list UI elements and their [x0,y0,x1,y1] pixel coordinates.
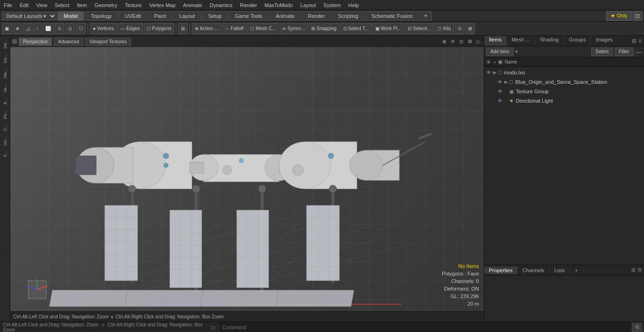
sidebar-tab-du[interactable]: Du... [1,51,9,66]
sidebar-tab-me[interactable]: Me... [1,66,9,81]
menu-geometry[interactable]: Geometry [91,1,121,9]
tab-add[interactable]: + [420,11,432,21]
menu-view[interactable]: View [33,1,51,9]
command-arrow[interactable]: ▷ [209,324,219,331]
sidebar-tab-ve[interactable]: Ve... [1,81,9,95]
layout-select[interactable]: Default Layouts ▾ [2,12,57,20]
vis-eye-icon[interactable]: 👁 [486,70,491,75]
tool-kits[interactable]: ⬡ Kits [435,23,454,34]
tab-layout[interactable]: Layout [173,11,201,21]
maximize-button[interactable]: ⊡ [633,11,642,21]
tab-render[interactable]: Render [302,11,331,21]
vp-icon-rotate[interactable]: ⟳ [449,38,456,45]
vis-eye-icon-2[interactable]: 👁 [497,79,503,85]
tree-item-texturegroup[interactable]: 👁 ▣ Texture Group [484,87,644,96]
menu-vertexmap[interactable]: Vertex Map [146,1,180,9]
expand-arrow-2[interactable]: ▶ [504,80,508,84]
add-item-button[interactable]: Add Item [486,48,513,56]
tree-item-blueorigin[interactable]: 👁 ▶ ⬡ Blue_Origin_and_Sierra_Space_Stati… [484,77,644,87]
tree-eye-icon[interactable]: 👁 [486,59,491,65]
menu-render[interactable]: Render [236,1,261,9]
menu-system[interactable]: System [320,1,345,9]
tree-type-icon[interactable]: ▣ [498,59,503,65]
tab-gametools[interactable]: Game Tools [229,11,269,21]
tool-polygons[interactable]: ⬡ Polygons [144,23,174,34]
tab-scripting[interactable]: Scripting [332,11,364,21]
tool-paint[interactable]: ⎔ [76,23,86,34]
command-submit[interactable]: ⊞ [632,323,642,332]
tree-add-icon[interactable]: + [493,59,496,65]
tool-mesh-constraint[interactable]: ⬡ Mesh C... [247,23,279,34]
menu-animate[interactable]: Animate [179,1,206,9]
panel-tab-images[interactable]: Images [591,36,618,46]
viewport-dot[interactable] [12,39,17,44]
tool-falloff[interactable]: ↔ Falloff [222,23,247,34]
vp-tab-perspective[interactable]: Perspective [19,38,52,46]
panel-tab-shading[interactable]: Shading [535,36,564,46]
expand-arrow[interactable]: ▶ [493,70,496,75]
vp-icon-home[interactable]: ⊕ [441,38,448,45]
select-button[interactable]: Select [591,48,613,56]
tool-edges[interactable]: — Edges [117,23,142,34]
tool-fullscreen[interactable]: ⊠ [465,23,475,34]
tab-model[interactable]: Model [58,11,84,21]
tab-paint[interactable]: Paint [148,11,172,21]
tab-animate[interactable]: Animate [270,11,301,21]
tool-select-rect[interactable]: ⬜ [42,23,54,34]
filter-button[interactable]: Filter [615,48,634,56]
panel-expand-icon[interactable]: ⊞ [631,37,637,45]
collapse-button[interactable]: — [636,48,642,56]
tool-workplane[interactable]: ◿ [23,23,33,34]
star-only-button[interactable]: ★ Only [606,11,632,21]
tool-symmetry[interactable]: ⊳ Symm... [280,23,307,34]
sidebar-tab-c[interactable]: C... [1,121,9,134]
tool-action[interactable]: ⊕ Action ... [192,23,221,34]
vp-icon-play[interactable]: ▷ [475,38,482,45]
tool-vr[interactable]: ⊙ [455,23,464,34]
tree-item-root[interactable]: 👁 ▶ ⬡ modo.lxo [484,68,644,77]
menu-file[interactable]: File [0,1,16,9]
props-settings-icon[interactable]: ⚙ [637,267,642,273]
tab-topology[interactable]: Topology [85,11,118,21]
props-tab-channels[interactable]: Channels [518,267,549,274]
panel-tab-mesh[interactable]: Mesh ... [507,36,535,46]
props-tab-add[interactable]: + [570,267,583,274]
tool-transform[interactable]: ↕ [33,23,41,34]
tool-selection[interactable]: ⊡ Selecti... [405,23,434,34]
sidebar-tab-e[interactable]: E... [1,95,9,107]
vis-eye-icon-4[interactable]: 👁 [497,98,503,104]
vp-tab-advanced[interactable]: Advanced [54,38,83,46]
vp-icon-zoom[interactable]: ⊙ [458,38,465,45]
viewport[interactable]: Perspective Advanced Viewport Textures ⊕… [10,36,484,322]
sidebar-tab-de[interactable]: De... [1,37,9,51]
tool-comp[interactable]: ⊞ [178,23,188,34]
command-input[interactable] [219,322,632,332]
menu-texture[interactable]: Texture [121,1,146,9]
tool-select-circle[interactable]: ⊙ [55,23,64,34]
tree-item-dirlight[interactable]: 👁 ☀ Directional Light [484,96,644,105]
tool-snap[interactable]: ⊕ [13,23,22,34]
panel-settings-icon[interactable]: ≡ [638,37,642,45]
vp-icon-settings[interactable]: ⚙ [466,38,474,45]
scene-3d[interactable]: X Z Y No Items Polygons : Face Channels:… [10,36,484,322]
tab-setup[interactable]: Setup [202,11,228,21]
tool-select-radial[interactable]: ◷ [65,23,75,34]
menu-layout[interactable]: Layout [297,1,320,9]
props-tab-properties[interactable]: Properties [484,267,518,274]
panel-tab-items[interactable]: Items [484,36,507,46]
panel-tab-groups[interactable]: Groups [564,36,591,46]
props-expand-icon[interactable]: ⊞ [631,267,636,273]
tab-schematic-fusion[interactable]: Schematic Fusion [365,11,419,21]
menu-select[interactable]: Select [51,1,73,9]
tool-new[interactable]: ▣ [2,23,12,34]
sidebar-tab-f[interactable]: F... [1,148,9,160]
menu-edit[interactable]: Edit [16,1,33,9]
add-item-dropdown[interactable]: ▾ [515,49,518,54]
menu-maxtomodo[interactable]: MaxToModo [261,1,297,9]
tab-uvedit[interactable]: UVEdit [119,11,147,21]
vis-eye-icon-3[interactable]: 👁 [497,89,503,94]
sidebar-tab-uv[interactable]: UV... [1,134,9,148]
menu-item[interactable]: Item [73,1,91,9]
menu-dynamics[interactable]: Dynamics [206,1,236,9]
props-tab-lists[interactable]: Lists [550,267,570,274]
